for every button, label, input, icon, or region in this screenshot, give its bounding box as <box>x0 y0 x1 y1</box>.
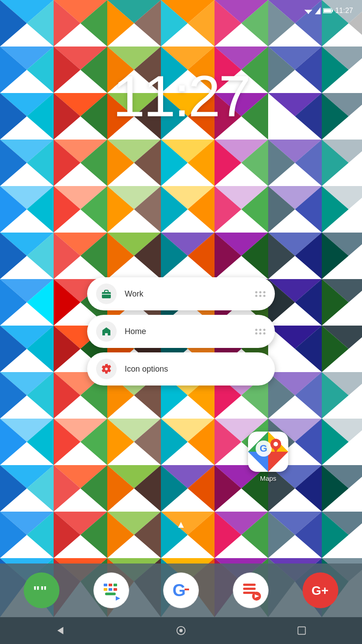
work-icon-circle <box>96 284 117 304</box>
work-dots <box>255 291 266 297</box>
svg-rect-288 <box>114 588 117 591</box>
dock-app-youtube[interactable] <box>233 572 269 608</box>
menu-item-home[interactable]: Home <box>87 315 275 348</box>
svg-point-279 <box>274 442 278 446</box>
svg-rect-269 <box>102 292 111 298</box>
icon-options-label: Icon options <box>125 364 266 374</box>
clock-widget: 11:27 <box>0 63 362 130</box>
settings-icon-circle <box>96 359 117 379</box>
svg-rect-301 <box>298 627 306 635</box>
home-dots <box>255 329 266 335</box>
battery-icon <box>323 8 333 14</box>
up-arrow[interactable]: ▲ <box>176 519 186 530</box>
svg-rect-268 <box>324 9 331 13</box>
nav-bar <box>0 617 362 644</box>
svg-marker-298 <box>57 627 63 635</box>
svg-text:": " <box>33 583 40 599</box>
svg-text:G: G <box>260 443 267 454</box>
svg-rect-284 <box>109 584 112 586</box>
home-button[interactable] <box>172 622 190 640</box>
maps-app-label: Maps <box>260 475 277 482</box>
briefcase-icon <box>101 288 112 299</box>
dock-app-gplus[interactable]: G+ <box>303 572 338 608</box>
svg-text:": " <box>40 583 47 599</box>
home-icon-circle <box>96 321 117 342</box>
home-label: Home <box>125 327 247 336</box>
menu-item-work[interactable]: Work <box>87 277 275 310</box>
svg-rect-286 <box>104 588 107 591</box>
svg-rect-267 <box>332 9 333 12</box>
dock: " " G <box>0 564 362 617</box>
signal-icon <box>315 7 321 14</box>
svg-rect-292 <box>243 584 256 586</box>
status-icons: 11:27 <box>304 7 353 15</box>
dock-app-gboard[interactable] <box>93 572 129 608</box>
svg-rect-289 <box>105 593 116 595</box>
work-label: Work <box>125 289 247 299</box>
settings-icon <box>101 364 112 374</box>
dock-app-google[interactable]: G <box>163 572 199 608</box>
maps-app-container[interactable]: G Maps <box>248 432 288 482</box>
home-icon <box>101 326 112 337</box>
status-time: 11:27 <box>335 7 353 15</box>
back-button[interactable] <box>51 622 69 640</box>
svg-rect-287 <box>109 588 112 591</box>
status-bar: 11:27 <box>0 0 362 21</box>
recents-button[interactable] <box>293 622 311 640</box>
svg-rect-293 <box>243 588 256 590</box>
svg-marker-290 <box>116 596 120 601</box>
svg-point-300 <box>179 629 182 632</box>
maps-app-icon[interactable]: G <box>248 432 288 472</box>
svg-rect-285 <box>114 584 117 586</box>
context-menu: Work Home Icon options <box>87 277 275 386</box>
dock-app-hangouts[interactable]: " " <box>24 572 59 608</box>
svg-text:G: G <box>173 581 186 600</box>
menu-item-icon-options[interactable]: Icon options <box>87 352 275 386</box>
svg-rect-283 <box>104 584 107 586</box>
wifi-icon <box>304 8 312 14</box>
clock-display: 11:27 <box>113 64 249 129</box>
svg-text:G+: G+ <box>311 584 328 597</box>
svg-marker-265 <box>315 7 320 14</box>
